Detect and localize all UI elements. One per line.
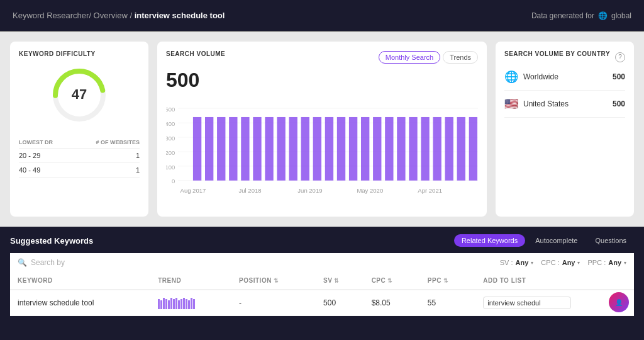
svg-rect-30: [373, 117, 381, 181]
dr-count: 1: [72, 149, 140, 163]
th-keyword: KEYWORD: [10, 272, 150, 290]
breadcrumb-prefix: Keyword Researcher/ Overview /: [13, 11, 135, 20]
th-position[interactable]: POSITION: [231, 272, 316, 290]
svg-rect-19: [241, 117, 249, 181]
tab-questions[interactable]: Questions: [587, 234, 634, 247]
tab-autocomplete[interactable]: Autocomplete: [528, 234, 585, 247]
table-header-row: KEYWORD TREND POSITION SV CPC PPC ADD TO…: [10, 272, 634, 290]
svg-rect-38: [469, 117, 477, 181]
top-bar: Keyword Researcher/ Overview / interview…: [0, 0, 644, 31]
svg-rect-33: [409, 117, 417, 181]
svg-text:500: 500: [166, 106, 175, 113]
svg-rect-25: [313, 117, 321, 181]
cpc-filter-value: Any: [562, 259, 575, 266]
svg-rect-36: [445, 117, 453, 181]
svg-rect-24: [301, 117, 309, 181]
tab-monthly-search[interactable]: Monthly Search: [379, 51, 440, 64]
th-sv[interactable]: SV: [316, 272, 364, 290]
chart-svg: 5004003002001000Aug 2017Jul 2018Jun 2019…: [166, 97, 478, 204]
svg-rect-18: [229, 117, 237, 181]
svg-rect-31: [385, 117, 393, 181]
dr-range: 40 - 49: [19, 163, 72, 178]
svg-rect-17: [217, 117, 225, 181]
position-cell: -: [231, 290, 316, 316]
add-to-list-input[interactable]: [483, 297, 571, 309]
dr-header-count: # OF WEBSITES: [72, 137, 140, 149]
th-trend: TREND: [150, 272, 231, 290]
svg-rect-16: [205, 117, 213, 181]
svg-text:0: 0: [172, 178, 175, 184]
tab-related-keywords[interactable]: Related Keywords: [454, 234, 525, 247]
search-volume-card: SEARCH VOLUME Monthly Search Trends 500 …: [157, 42, 487, 217]
svg-text:May 2020: May 2020: [357, 187, 383, 194]
dr-count: 1: [72, 163, 140, 178]
svg-text:Jun 2019: Jun 2019: [297, 187, 322, 194]
trend-cell: [150, 290, 231, 316]
keyword-table: KEYWORD TREND POSITION SV CPC PPC ADD TO…: [10, 272, 634, 316]
country-row-us: 🇺🇸 United States 500: [504, 91, 625, 118]
sk-title: Suggested Keywords: [10, 236, 93, 246]
svg-text:47: 47: [72, 86, 87, 102]
cpc-filter[interactable]: CPC : Any ▾: [541, 259, 580, 266]
data-generated: Data generated for 🌐 global: [531, 11, 631, 20]
svg-text:100: 100: [166, 164, 175, 171]
svg-text:200: 200: [166, 149, 175, 156]
dr-header-range: LOWEST DR: [19, 137, 72, 149]
sv-number: 500: [166, 69, 478, 92]
gauge-svg: 47: [48, 64, 111, 127]
country-row-worldwide: 🌐 Worldwide 500: [504, 64, 625, 91]
th-ppc[interactable]: PPC: [420, 272, 475, 290]
svg-rect-32: [397, 117, 405, 181]
th-add-to-list: ADD TO LIST: [475, 272, 634, 290]
svg-rect-21: [265, 117, 273, 181]
us-value: 500: [613, 99, 625, 108]
sv-filter[interactable]: SV : Any ▾: [500, 259, 534, 266]
country-card-header: SEARCH VOLUME BY COUNTRY ?: [504, 50, 625, 64]
search-icon: 🔍: [18, 258, 27, 267]
svg-rect-37: [457, 117, 465, 181]
ppc-filter[interactable]: PPC : Any ▾: [587, 259, 626, 266]
cpc-filter-label: CPC :: [541, 259, 559, 266]
dr-table: LOWEST DR # OF WEBSITES 20 - 29140 - 491: [19, 137, 140, 178]
sk-tabs: Related Keywords Autocomplete Questions: [454, 234, 634, 247]
country-card: SEARCH VOLUME BY COUNTRY ? 🌐 Worldwide 5…: [496, 42, 634, 217]
filter-controls: SV : Any ▾ CPC : Any ▾ PPC : Any ▾: [500, 259, 626, 266]
svg-text:400: 400: [166, 120, 175, 127]
chart-area: 5004003002001000Aug 2017Jul 2018Jun 2019…: [166, 97, 478, 208]
svg-rect-20: [253, 117, 261, 181]
worldwide-label: Worldwide: [523, 72, 558, 81]
ppc-filter-label: PPC :: [587, 259, 606, 266]
avatar: 👤: [609, 292, 629, 312]
svg-text:Aug 2017: Aug 2017: [180, 187, 206, 194]
sv-tabs: Monthly Search Trends: [379, 51, 478, 64]
th-cpc[interactable]: CPC: [364, 272, 420, 290]
keyword-cell: interview schedule tool: [10, 290, 150, 316]
worldwide-value: 500: [613, 72, 625, 81]
svg-text:Jul 2018: Jul 2018: [239, 187, 262, 194]
tab-trends[interactable]: Trends: [443, 51, 478, 64]
svg-rect-29: [361, 117, 369, 181]
svg-rect-28: [349, 117, 357, 181]
us-info: 🇺🇸 United States: [504, 97, 569, 111]
search-placeholder: Search by: [31, 258, 65, 267]
data-generated-label: Data generated for: [531, 11, 594, 20]
globe-icon: 🌐: [598, 11, 608, 20]
us-flag-icon: 🇺🇸: [504, 97, 518, 111]
country-title: SEARCH VOLUME BY COUNTRY: [504, 50, 610, 57]
us-label: United States: [523, 99, 569, 108]
sv-cell: 500: [316, 290, 364, 316]
sv-title: SEARCH VOLUME: [166, 50, 225, 57]
keyword-difficulty-card: KEYWORD DIFFICULTY 47 LOWEST DR # OF WEB…: [10, 42, 148, 217]
ppc-cell: 55: [420, 290, 475, 316]
svg-rect-23: [289, 117, 297, 181]
ppc-chevron-icon: ▾: [624, 260, 626, 266]
worldwide-info: 🌐 Worldwide: [504, 70, 558, 84]
kd-title: KEYWORD DIFFICULTY: [19, 50, 140, 57]
cpc-cell: $8.05: [364, 290, 420, 316]
svg-text:300: 300: [166, 135, 175, 142]
help-icon[interactable]: ?: [615, 52, 625, 62]
sv-filter-label: SV :: [500, 259, 513, 266]
svg-rect-22: [277, 117, 285, 181]
svg-rect-34: [421, 117, 429, 181]
dr-table-row: 20 - 291: [19, 149, 140, 163]
